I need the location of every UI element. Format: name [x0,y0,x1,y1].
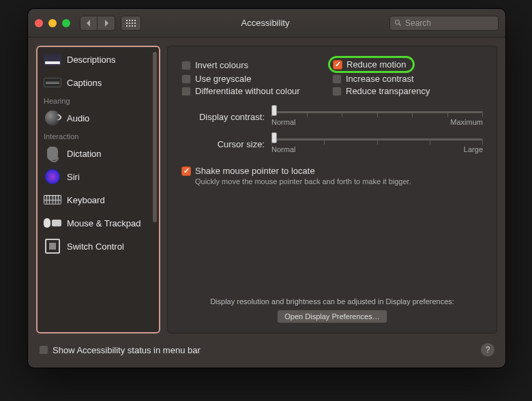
checkbox-label: Shake mouse pointer to locate [195,166,315,176]
sidebar-item-label: Dictation [67,149,102,159]
switch-icon [44,239,61,254]
sidebar-item-label: Siri [67,172,80,182]
nav-buttons [80,16,115,31]
reduce-motion-highlight: Reduce motion [328,56,415,73]
settings-panel: Invert colours Reduce motion Use greysca… [167,46,497,333]
titlebar: Accessibility Search [28,9,505,38]
mouse-icon [44,216,61,231]
sidebar-item-captions[interactable]: Captions [38,71,158,94]
siri-icon [44,169,61,184]
slider-max-label: Maximum [450,118,483,126]
checkbox-label: Reduce transparency [346,86,430,96]
checkbox-icon [332,87,342,96]
slider-min-label: Normal [271,118,295,126]
invert-colours-checkbox[interactable]: Invert colours [181,59,332,72]
cursor-size-slider[interactable] [271,134,483,144]
accessibility-prefpane: Accessibility Search Descriptions Captio… [27,8,506,368]
sidebar-item-dictation[interactable]: Dictation [38,142,158,165]
footer: Show Accessibility status in menu bar ? [36,342,497,359]
checkbox-label: Use greyscale [195,74,251,84]
reduce-transparency-checkbox[interactable]: Reduce transparency [332,86,483,96]
svg-point-0 [396,20,400,24]
slider-max-label: Large [464,145,483,153]
differentiate-colour-checkbox[interactable]: Differentiate without colour [181,86,332,96]
help-button[interactable]: ? [481,343,494,357]
display-contrast-slider[interactable] [271,107,483,117]
sidebar-item-label: Captions [67,78,102,88]
back-button[interactable] [80,16,98,31]
increase-contrast-checkbox[interactable]: Increase contrast [332,74,483,84]
descriptions-icon [44,52,61,67]
checkbox-icon [181,166,191,176]
shake-mouse-description: Quickly move the mouse pointer back and … [195,177,483,185]
sidebar-group-hearing: Hearing [38,94,158,106]
open-display-prefs-button[interactable]: Open Display Preferences… [277,310,387,323]
checkbox-label: Invert colours [195,60,248,70]
window-controls [35,19,70,27]
sidebar: Descriptions Captions Hearing Audio Inte… [36,46,160,333]
keyboard-icon [44,192,61,207]
checkbox-icon [39,345,48,355]
sidebar-item-label: Descriptions [67,55,116,65]
checkbox-icon [181,74,191,84]
show-all-button[interactable] [121,16,141,31]
slider-min-label: Normal [271,145,295,153]
shake-mouse-checkbox[interactable]: Shake mouse pointer to locate [181,166,483,176]
checkbox-label: Increase contrast [346,74,414,84]
sidebar-item-label: Switch Control [67,241,124,252]
forward-button[interactable] [98,16,115,31]
sidebar-item-audio[interactable]: Audio [38,106,158,130]
cursor-size-label: Cursor size: [181,139,271,149]
slider-thumb-icon[interactable] [271,132,277,143]
sidebar-item-label: Keyboard [67,195,105,205]
checkbox-icon [181,61,191,70]
sidebar-item-label: Mouse & Trackpad [67,218,141,228]
minimize-icon[interactable] [48,19,57,27]
search-icon [394,19,402,27]
search-placeholder: Search [405,18,431,28]
display-contrast-label: Display contrast: [181,112,271,122]
captions-icon [44,75,61,90]
sidebar-item-mouse[interactable]: Mouse & Trackpad [38,211,158,235]
checkbox-label: Show Accessibility status in menu bar [53,345,201,355]
sidebar-group-interaction: Interaction [38,130,158,142]
checkbox-label: Reduce motion [346,59,406,70]
sidebar-scrollbar[interactable] [153,52,157,222]
checkbox-icon [332,74,342,84]
content: Descriptions Captions Hearing Audio Inte… [28,38,505,368]
sidebar-item-siri[interactable]: Siri [38,165,158,188]
search-input[interactable]: Search [389,16,499,31]
sidebar-item-descriptions[interactable]: Descriptions [38,48,158,71]
close-icon[interactable] [35,19,43,27]
checkbox-icon [181,87,191,96]
sidebar-item-switch[interactable]: Switch Control [38,235,158,258]
audio-icon [44,110,61,125]
svg-line-1 [399,23,401,25]
checkbox-label: Differentiate without colour [195,86,300,96]
reduce-motion-checkbox[interactable]: Reduce motion [333,59,406,70]
sidebar-item-label: Audio [67,113,89,123]
checkbox-icon [333,60,342,70]
sidebar-item-keyboard[interactable]: Keyboard [38,188,158,211]
zoom-icon[interactable] [62,19,70,27]
use-greyscale-checkbox[interactable]: Use greyscale [181,74,332,84]
show-status-checkbox[interactable]: Show Accessibility status in menu bar [39,345,201,355]
slider-thumb-icon[interactable] [271,105,277,116]
dictation-icon [44,146,61,161]
display-prefs-note: Display resolution and brightness can be… [181,297,483,306]
page-title: Accessibility [147,18,384,28]
